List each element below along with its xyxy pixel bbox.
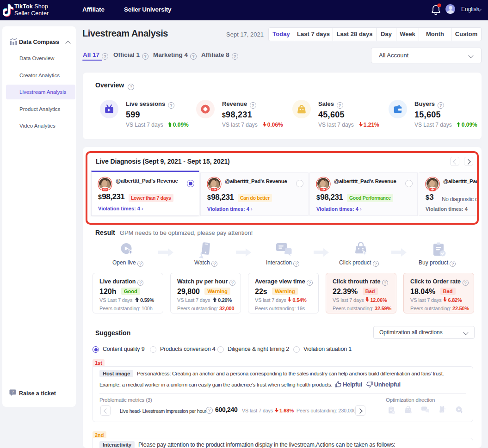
svg-text:?: ? <box>12 390 14 394</box>
